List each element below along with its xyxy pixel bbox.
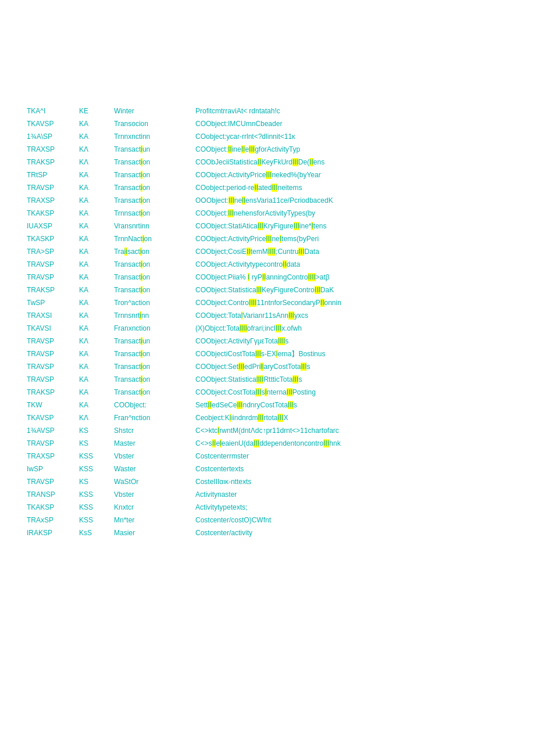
- cell-transaction: Shstcr: [110, 424, 192, 437]
- cell-type: KE: [76, 105, 110, 117]
- cell-transaction: Transaction: [110, 360, 192, 373]
- cell-code: TRAVSP: [23, 360, 76, 373]
- cell-description: COObject:CostTotaIIIsInternаIIIPosting: [192, 386, 512, 399]
- table-row: TRtSPKATransactionCOObject:ActivityPrice…: [23, 169, 512, 181]
- cell-transaction: Transactiun: [110, 335, 192, 347]
- table-row: TRAXSPKSSVbsterCostcenterrmster: [23, 450, 512, 463]
- table-row: TRAKSPKΛTransactionCOObJeciiStatisticaII…: [23, 156, 512, 169]
- cell-transaction: TrnnNaction: [110, 232, 192, 245]
- cell-type: KA: [76, 271, 110, 284]
- cell-type: KS: [76, 437, 110, 450]
- table-row: TRAKSPKATransactionCOObject:CostTotaIIIs…: [23, 386, 512, 399]
- cell-description: Activitynaster: [192, 488, 512, 501]
- cell-code: TRAKSP: [23, 156, 76, 169]
- cell-description: COObject;CosiEIItemMIIII;CuntruIIIData: [192, 245, 512, 258]
- cell-type: KA: [76, 117, 110, 130]
- cell-code: TRAVSP: [23, 475, 76, 488]
- cell-type: KA: [76, 347, 110, 360]
- cell-description: COObject:StatisticalIIKeyFigureControIII…: [192, 284, 512, 296]
- cell-description: COObject:SetIIIedPrillaryCostTotaIIIs: [192, 360, 512, 373]
- cell-transaction: Waster: [110, 463, 192, 475]
- table-row: TKA^IKEWinterProfitcmtrraviAt< rdntatah!…: [23, 105, 512, 117]
- cell-transaction: Knxtcr: [110, 501, 192, 514]
- cell-description: COobject:period-reIIatedIIIneitems: [192, 181, 512, 194]
- cell-transaction: Trnnxnctinn: [110, 130, 192, 143]
- cell-description: COObject:ActivityPriceIIIneItems(byPeri: [192, 232, 512, 245]
- cell-code: TKAVSI: [23, 322, 76, 335]
- table-row: TRAXSPKATransactionOOObject:IIInelIensVa…: [23, 194, 512, 207]
- cell-description: Costcentertexts: [192, 463, 512, 475]
- cell-transaction: Franxnction: [110, 322, 192, 335]
- cell-type: KSS: [76, 514, 110, 526]
- cell-code: TRAXSI: [23, 309, 76, 322]
- cell-type: KA: [76, 296, 110, 309]
- cell-type: KΛ: [76, 335, 110, 347]
- cell-type: KA: [76, 399, 110, 411]
- table-row: TKASKPKATrnnNactionCOObject:ActivityPric…: [23, 232, 512, 245]
- cell-code: IwSP: [23, 463, 76, 475]
- cell-description: COObject:IIInehensforActivityTypes(by: [192, 207, 512, 220]
- cell-transaction: COObject:: [110, 399, 192, 411]
- cell-description: Costcenter/activity: [192, 526, 512, 539]
- cell-description: Ceobject:KliindnrdmIIIrtotaIIIX: [192, 411, 512, 424]
- cell-code: TRtSP: [23, 169, 76, 181]
- cell-type: KA: [76, 322, 110, 335]
- cell-transaction: Transaction: [110, 284, 192, 296]
- cell-transaction: Transaction: [110, 386, 192, 399]
- cell-transaction: Trnnsaction: [110, 207, 192, 220]
- cell-transaction: Winter: [110, 105, 192, 117]
- cell-type: KSS: [76, 450, 110, 463]
- cell-type: KA: [76, 232, 110, 245]
- cell-transaction: Transactiun: [110, 143, 192, 156]
- cell-type: KA: [76, 309, 110, 322]
- cell-transaction: Vransnrtinn: [110, 220, 192, 232]
- cell-type: KA: [76, 386, 110, 399]
- table-row: TRANSPKSSVbsterActivitynaster: [23, 488, 512, 501]
- cell-code: TRAXSP: [23, 450, 76, 463]
- cell-type: KSS: [76, 501, 110, 514]
- cell-type: KA: [76, 169, 110, 181]
- cell-description: Costcenter/costO)CWfnt: [192, 514, 512, 526]
- cell-code: TKAKSP: [23, 501, 76, 514]
- cell-description: ProfitcmtrraviAt< rdntatah!c: [192, 105, 512, 117]
- cell-transaction: Traiisaction: [110, 245, 192, 258]
- cell-description: COObject:ActivityPriceIIIneked%(byYear: [192, 169, 512, 181]
- cell-type: KA: [76, 194, 110, 207]
- cell-type: KA: [76, 130, 110, 143]
- cell-type: KS: [76, 424, 110, 437]
- table-row: TRAKSPKATransactionCOObject:StatisticalI…: [23, 284, 512, 296]
- table-row: TRAVSPKATransactionCOObject:Piia% I ryPI…: [23, 271, 512, 284]
- cell-type: KΛ: [76, 156, 110, 169]
- cell-transaction: Tron^action: [110, 296, 192, 309]
- cell-description: COObject:ControIIII11ntnforSecondaryPIIo…: [192, 296, 512, 309]
- data-table: TKA^IKEWinterProfitcmtrraviAt< rdntatah!…: [23, 105, 512, 539]
- table-row: TRA>SPKATraiisactionCOObject;CosiEIItemM…: [23, 245, 512, 258]
- cell-code: TRAKSP: [23, 284, 76, 296]
- cell-type: KA: [76, 360, 110, 373]
- cell-type: KΛ: [76, 143, 110, 156]
- cell-code: TRAVSP: [23, 258, 76, 271]
- table-row: TRAxSPKSSMn*terCostcenter/costO)CWfnt: [23, 514, 512, 526]
- cell-description: COObject:StatisticalIIIRttticTotaIIIs: [192, 373, 512, 386]
- table-row: TKAKSPKSSKnxtcrActivitytypetexts;: [23, 501, 512, 514]
- cell-type: KsS: [76, 526, 110, 539]
- cell-description: COObject:Piia% I ryPIIanningControIIII>a…: [192, 271, 512, 284]
- table-row: TKAKSPKATrnnsactionCOObject:IIInehensfor…: [23, 207, 512, 220]
- cell-description: CosteIIIαικ-nttexts: [192, 475, 512, 488]
- cell-transaction: Transaction: [110, 169, 192, 181]
- cell-type: KSS: [76, 463, 110, 475]
- cell-transaction: Mn*ter: [110, 514, 192, 526]
- cell-type: KA: [76, 284, 110, 296]
- cell-code: TRA>SP: [23, 245, 76, 258]
- cell-code: TKAKSP: [23, 207, 76, 220]
- table-row: TKAVSPKATransocionCOObject:IMCUmnCbeader: [23, 117, 512, 130]
- cell-transaction: Transaction: [110, 156, 192, 169]
- cell-transaction: Transaction: [110, 373, 192, 386]
- table-row: TRAVSPKATransactionCOObject:SetIIIedPril…: [23, 360, 512, 373]
- cell-code: TRAxSP: [23, 514, 76, 526]
- cell-code: TKA^I: [23, 105, 76, 117]
- cell-type: KA: [76, 207, 110, 220]
- cell-transaction: Transaction: [110, 347, 192, 360]
- cell-type: KA: [76, 245, 110, 258]
- cell-type: KΛ: [76, 411, 110, 424]
